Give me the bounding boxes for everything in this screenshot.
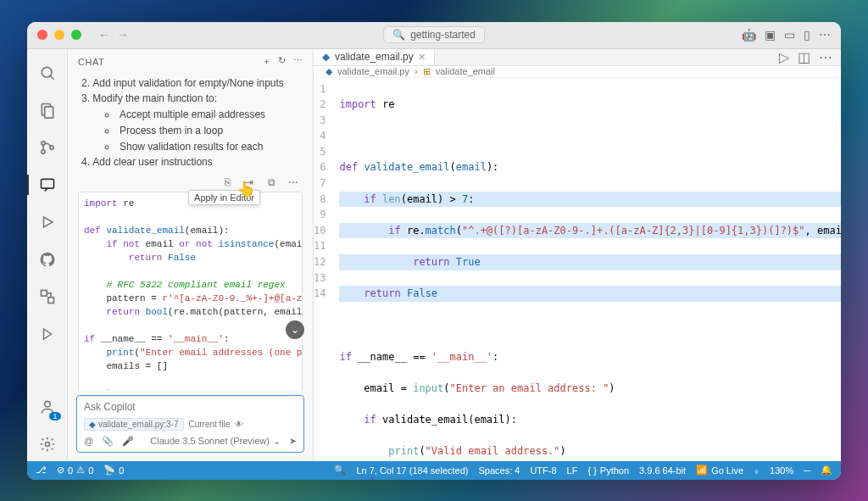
model-selector[interactable]: Claude 3.5 Sonnet (Preview) ⌄ xyxy=(150,436,281,447)
symbol-function-icon: ⊞ xyxy=(423,66,431,77)
list-item: Show validation results for each xyxy=(105,140,303,154)
copilot-icon[interactable]: 🤖 xyxy=(742,28,756,42)
code-area[interactable]: import re def validate_email(email): if … xyxy=(332,78,841,480)
svg-rect-7 xyxy=(41,179,53,188)
testing-activity-icon[interactable] xyxy=(27,317,68,351)
code-block-toolbar: ⎘ ⇥ ⧉ ⋯ Apply in Editor 👆 xyxy=(78,171,303,192)
remote-indicator-icon[interactable]: ⎇ xyxy=(36,465,47,476)
svg-point-5 xyxy=(41,149,44,153)
context-file: validate_email.py:3-7 xyxy=(98,420,179,429)
svg-marker-8 xyxy=(43,217,53,227)
list-item: Process them in a loop xyxy=(105,124,303,138)
close-tab-icon[interactable]: × xyxy=(419,50,426,64)
copy-code-icon[interactable]: ⧉ xyxy=(264,175,279,190)
search-label: getting-started xyxy=(410,29,476,41)
maximize-window-icon[interactable] xyxy=(71,30,81,40)
warning-icon: ⚠ xyxy=(76,465,85,476)
remote-activity-icon[interactable] xyxy=(27,280,68,314)
python-file-icon: ◆ xyxy=(89,420,96,429)
search-activity-icon[interactable] xyxy=(27,56,68,90)
context-label: Current file xyxy=(189,420,231,429)
send-icon[interactable]: ➤ xyxy=(289,436,297,447)
list-item: Modify the main function to: Accept mult… xyxy=(81,92,303,153)
context-chip[interactable]: ◆ validate_email.py:3-7 xyxy=(84,418,184,431)
accounts-activity-icon[interactable]: 1 xyxy=(27,390,68,424)
nav-forward-icon[interactable]: → xyxy=(117,28,129,42)
editor-group: ◆ validate_email.py × ▷ ◫ ⋯ ◆ validate_e… xyxy=(314,49,841,461)
github-activity-icon[interactable] xyxy=(27,242,68,276)
scroll-down-icon[interactable]: ⌄ xyxy=(286,320,304,339)
activity-bar: 1 xyxy=(27,49,68,461)
suggestion-list: Add input validation for empty/None inpu… xyxy=(78,76,303,170)
chevron-right-icon: › xyxy=(415,66,418,76)
nav-arrows: ← → xyxy=(98,28,129,42)
tab-filename: validate_email.py xyxy=(335,51,414,63)
minimize-window-icon[interactable] xyxy=(54,30,64,40)
eye-icon[interactable]: 👁 xyxy=(235,420,243,429)
insert-code-icon[interactable]: ⇥ xyxy=(242,175,257,190)
svg-point-12 xyxy=(45,442,49,446)
split-editor-icon[interactable]: ◫ xyxy=(798,49,810,65)
search-icon: 🔍 xyxy=(392,29,405,41)
command-center[interactable]: 🔍 getting-started xyxy=(383,26,485,43)
list-item: Accept multiple email addresses xyxy=(105,108,303,122)
line-gutter: 1234567 891011121314 xyxy=(314,78,332,480)
apply-tooltip: Apply in Editor xyxy=(188,190,260,205)
clip-icon[interactable]: 📎 xyxy=(102,436,114,447)
python-file-icon: ◆ xyxy=(322,51,330,63)
editor-more-icon[interactable]: ⋯ xyxy=(819,49,832,65)
svg-rect-10 xyxy=(47,297,53,303)
nav-back-icon[interactable]: ← xyxy=(98,28,110,42)
breadcrumb-symbol[interactable]: validate_email xyxy=(436,66,495,76)
apply-code-icon[interactable]: ⎘ xyxy=(220,175,235,190)
breadcrumb-file[interactable]: validate_email.py xyxy=(337,66,409,76)
close-window-icon[interactable] xyxy=(37,30,47,40)
chat-header-title: CHAT xyxy=(78,57,104,67)
editor-body[interactable]: 1234567 891011121314 import re def valid… xyxy=(314,78,841,480)
settings-activity-icon[interactable] xyxy=(27,427,68,461)
vscode-window: ← → 🔍 getting-started 🤖 ▣ ▭ ▯ ⋯ 1 xyxy=(27,22,841,480)
list-item: Add input validation for empty/None inpu… xyxy=(81,76,303,91)
chat-input-field[interactable] xyxy=(84,401,297,413)
accounts-badge: 1 xyxy=(49,412,60,420)
error-icon: ⊘ xyxy=(57,465,64,476)
more-icon[interactable]: ⋯ xyxy=(819,28,831,42)
svg-rect-3 xyxy=(44,106,53,117)
code-more-icon[interactable]: ⋯ xyxy=(286,175,301,190)
chat-panel: CHAT ＋ ↻ ⋯ Add input validation for empt… xyxy=(68,49,314,461)
svg-point-4 xyxy=(41,141,44,144)
attach-icon[interactable]: @ xyxy=(84,436,93,446)
problems-status[interactable]: ⊘0 ⚠0 xyxy=(57,465,93,476)
scm-activity-icon[interactable] xyxy=(27,131,68,164)
mic-icon[interactable]: 🎤 xyxy=(122,436,134,447)
python-file-icon: ◆ xyxy=(326,66,332,77)
editor-tabs: ◆ validate_email.py × ▷ ◫ ⋯ xyxy=(314,49,841,66)
tab-validate-email[interactable]: ◆ validate_email.py × xyxy=(314,49,435,65)
chat-more-icon[interactable]: ⋯ xyxy=(293,55,303,68)
svg-point-11 xyxy=(44,401,50,407)
window-controls xyxy=(37,30,81,40)
chat-input[interactable]: ◆ validate_email.py:3-7 Current file 👁 @… xyxy=(76,395,304,453)
list-item: Add clear user instructions xyxy=(81,155,303,170)
titlebar: ← → 🔍 getting-started 🤖 ▣ ▭ ▯ ⋯ xyxy=(27,22,841,49)
explorer-activity-icon[interactable] xyxy=(27,93,68,127)
run-file-icon[interactable]: ▷ xyxy=(779,49,789,65)
radio-icon: 📡 xyxy=(103,465,115,476)
new-chat-icon[interactable]: ＋ xyxy=(262,55,272,68)
chat-history-icon[interactable]: ↻ xyxy=(278,55,287,68)
run-activity-icon[interactable] xyxy=(27,205,68,239)
svg-point-0 xyxy=(42,67,52,77)
svg-point-6 xyxy=(49,145,53,148)
layout-panel-right-icon[interactable]: ▯ xyxy=(804,28,810,42)
chat-code-block: import re def validate_email(email): if … xyxy=(78,192,303,389)
layout-panel-left-icon[interactable]: ▣ xyxy=(765,28,776,42)
svg-line-1 xyxy=(50,75,53,79)
svg-rect-9 xyxy=(41,290,47,296)
chat-activity-icon[interactable] xyxy=(27,168,68,202)
ports-status[interactable]: 📡0 xyxy=(103,465,124,476)
chevron-down-icon: ⌄ xyxy=(273,436,281,447)
layout-panel-bottom-icon[interactable]: ▭ xyxy=(784,28,795,42)
breadcrumbs[interactable]: ◆ validate_email.py › ⊞ validate_email xyxy=(314,66,841,78)
